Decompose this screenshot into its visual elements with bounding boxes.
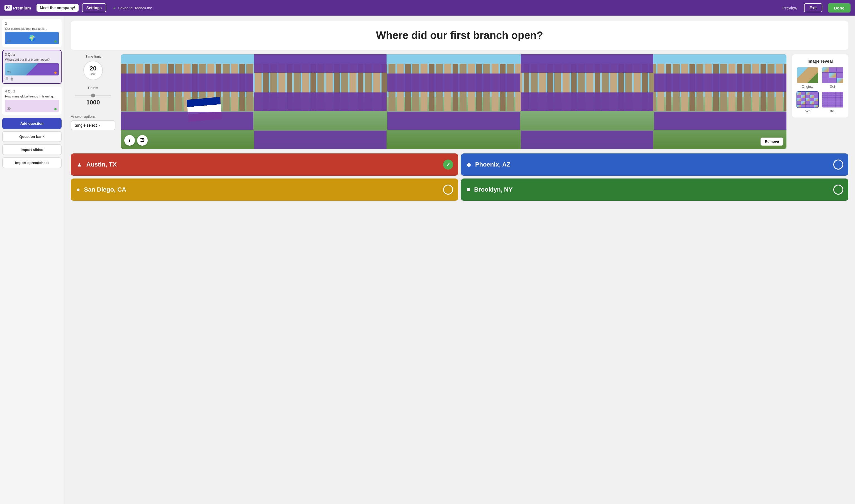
slide-thumb-2: 🌍 20 xyxy=(5,32,59,44)
choice-b[interactable]: ◆ Phoenix, AZ xyxy=(461,154,848,176)
slide-num-4: 4 Quiz xyxy=(5,89,59,93)
reveal-options-grid: Original 3x3 xyxy=(797,67,844,113)
choice-b-text: Phoenix, AZ xyxy=(475,161,843,168)
slide-pts-2: 20 xyxy=(7,39,11,42)
question-title: Where did our first branch open? xyxy=(82,30,837,41)
choice-c-select[interactable] xyxy=(443,185,453,195)
check-icon: ✓ xyxy=(446,161,451,168)
choice-b-select[interactable] xyxy=(833,160,843,169)
reveal-thumb-original xyxy=(797,67,819,84)
points-slider[interactable] xyxy=(75,95,111,96)
original-preview xyxy=(797,67,818,83)
square-icon: ■ xyxy=(467,186,470,193)
top-navigation: K! Premium Meet the company! Settings ✓ … xyxy=(0,0,855,16)
presentation-title[interactable]: Meet the company! xyxy=(36,4,78,12)
slide-pts-3: 20 xyxy=(7,70,11,74)
import-spreadsheet-button[interactable]: Import spreadsheet xyxy=(2,157,62,168)
reveal-thumb-8x8: for(let i=0;i<64;i++) document.write('<d… xyxy=(822,91,844,108)
slide-label-4: How many global trends in learning... xyxy=(5,94,59,98)
sidebar: 2 Our current biggest market is... 🌍 20 … xyxy=(0,16,64,504)
chevron-down-icon: ▾ xyxy=(99,123,101,127)
info-button[interactable]: ℹ xyxy=(124,135,135,146)
circle-icon: ● xyxy=(76,186,80,193)
image-area: ℹ 🖼 Remove xyxy=(121,54,786,149)
question-bank-button[interactable]: Question bank xyxy=(2,131,62,142)
question-card: Where did our first branch open? xyxy=(71,21,848,50)
mid-section: Time limit 20 sec Points 1000 Answer opt… xyxy=(71,54,848,149)
answer-options-select[interactable]: Single select ▾ xyxy=(71,120,116,130)
slide-dot-4 xyxy=(54,108,56,110)
slide-item-2[interactable]: 2 Our current biggest market is... 🌍 20 xyxy=(2,19,62,47)
check-icon: ✓ xyxy=(113,5,117,11)
reveal-option-5x5[interactable]: 5x5 xyxy=(797,91,819,113)
remove-button[interactable]: Remove xyxy=(761,138,783,146)
city-thumb xyxy=(5,63,59,75)
5x5-preview xyxy=(797,92,818,107)
image-reveal-panel: Image reveal Original xyxy=(792,54,848,118)
diamond-icon: ◆ xyxy=(467,161,471,168)
choice-c-text: San Diego, CA xyxy=(84,186,453,193)
answer-options-label: Answer options xyxy=(71,114,116,119)
brand-premium: Premium xyxy=(13,5,31,10)
globe-icon: 🌍 xyxy=(5,32,59,44)
settings-button[interactable]: Settings xyxy=(82,3,106,12)
add-question-button[interactable]: Add question xyxy=(2,118,62,129)
time-circle[interactable]: 20 sec xyxy=(83,61,103,80)
sidebar-bottom-buttons: Add question Question bank Import slides… xyxy=(2,118,62,168)
reveal-option-original[interactable]: Original xyxy=(797,67,819,89)
choice-d-select[interactable] xyxy=(833,185,843,195)
image-reveal-title: Image reveal xyxy=(797,59,844,64)
slide-monitor-icon[interactable]: 🖥 xyxy=(5,76,9,81)
points-box: Points 1000 xyxy=(71,86,116,106)
slide-pts-4: 30 xyxy=(7,107,11,110)
preview-button[interactable]: Preview xyxy=(782,5,797,10)
choice-a-text: Austin, TX xyxy=(86,161,453,168)
3x3-preview xyxy=(822,67,843,83)
triangle-icon: ▲ xyxy=(76,161,83,168)
choice-c[interactable]: ● San Diego, CA xyxy=(71,179,458,201)
time-unit: sec xyxy=(91,72,96,75)
saved-label: Saved to: Toohak Inc. xyxy=(118,6,153,10)
image-edit-button[interactable]: 🖼 xyxy=(137,135,148,146)
slide-trash-icon[interactable]: 🗑 xyxy=(10,76,14,81)
slide-num-2: 2 xyxy=(5,22,59,25)
puzzle-overlay xyxy=(121,54,786,149)
saved-status: ✓ Saved to: Toohak Inc. xyxy=(113,5,153,11)
slide-item-4[interactable]: 4 Quiz How many global trends in learnin… xyxy=(2,87,62,115)
slide-thumb-3: 20 xyxy=(5,63,59,75)
exit-button[interactable]: Exit xyxy=(804,3,822,12)
reveal-label-3x3: 3x3 xyxy=(830,85,835,89)
image-action-buttons: ℹ 🖼 xyxy=(124,135,148,146)
reveal-label-original: Original xyxy=(802,85,813,89)
points-value: 1000 xyxy=(71,99,116,106)
choice-a-correct-indicator[interactable]: ✓ xyxy=(443,160,453,169)
choice-a[interactable]: ▲ Austin, TX ✓ xyxy=(71,154,458,176)
slide-thumb-4: 30 xyxy=(5,100,59,112)
reveal-label-8x8: 8x8 xyxy=(830,109,835,113)
import-slides-button[interactable]: Import slides xyxy=(2,144,62,155)
time-limit-label: Time limit xyxy=(71,54,116,58)
reveal-option-3x3[interactable]: 3x3 xyxy=(822,67,844,89)
choice-d-text: Brooklyn, NY xyxy=(474,186,843,193)
reveal-option-8x8[interactable]: for(let i=0;i<64;i++) document.write('<d… xyxy=(822,91,844,113)
time-value: 20 xyxy=(90,66,97,72)
slide-num-3: 3 Quiz xyxy=(5,53,59,56)
reveal-thumb-3x3 xyxy=(822,67,844,84)
answer-options-box: Answer options Single select ▾ xyxy=(71,114,116,130)
reveal-label-5x5: 5x5 xyxy=(805,109,810,113)
main-layout: 2 Our current biggest market is... 🌍 20 … xyxy=(0,16,855,504)
done-button[interactable]: Done xyxy=(828,3,851,13)
reveal-thumb-5x5 xyxy=(797,91,819,108)
image-container: ℹ 🖼 Remove xyxy=(121,54,786,149)
controls-column: Time limit 20 sec Points 1000 Answer opt… xyxy=(71,54,116,130)
brand-logo: K! Premium xyxy=(4,5,31,11)
time-limit-box: Time limit 20 sec xyxy=(71,54,116,80)
slide-dot-3 xyxy=(54,72,56,74)
brand-k: K! xyxy=(4,5,12,11)
slide-item-3[interactable]: 3 Quiz Where did our first branch open? … xyxy=(2,50,62,84)
answer-options-value: Single select xyxy=(75,123,97,128)
slide-icons-3: 🖥 🗑 xyxy=(5,76,59,81)
points-label: Points xyxy=(71,86,116,90)
answer-choices: ▲ Austin, TX ✓ ◆ Phoenix, AZ ● San Diego… xyxy=(71,154,848,201)
choice-d[interactable]: ■ Brooklyn, NY xyxy=(461,179,848,201)
